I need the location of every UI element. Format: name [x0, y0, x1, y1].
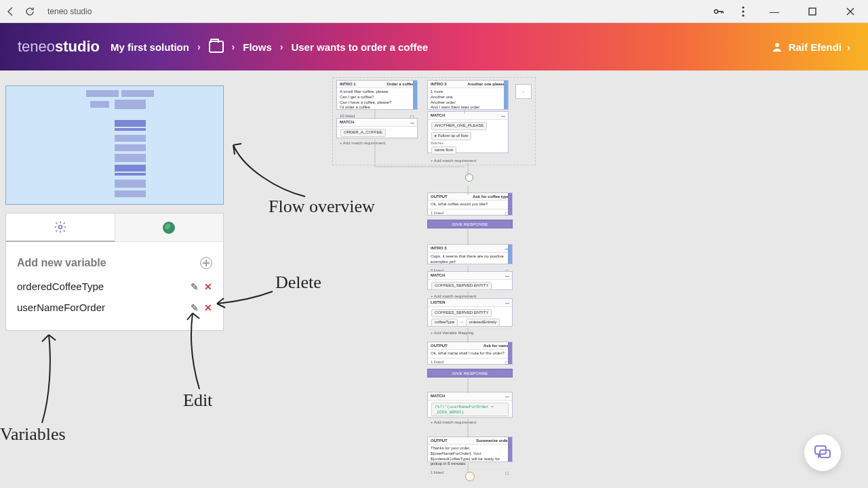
node-match3[interactable]: MATCH⋯ COFFEES_SERVED.ENTITY + Add match… — [427, 271, 513, 290]
edit-icon[interactable]: ✎ — [191, 302, 199, 313]
give-response-bar[interactable]: GIVE RESPONSE — [427, 369, 513, 378]
flow-minimap[interactable] — [5, 85, 224, 205]
brand: teneostudio — [18, 38, 100, 56]
node-match4[interactable]: MATCH⋯ (%?)^{userNameForOrder = _USED_WO… — [427, 392, 513, 418]
svg-point-0 — [714, 9, 717, 13]
refresh-icon[interactable] — [24, 6, 35, 17]
svg-point-1 — [742, 6, 744, 8]
svg-point-2 — [742, 10, 744, 12]
panel-title: Add new variable — [17, 257, 106, 269]
user-menu[interactable]: Raif Efendi › — [771, 41, 850, 53]
chat-fab[interactable] — [804, 434, 841, 471]
svg-rect-4 — [809, 8, 816, 15]
side-panel: Add new variable orderedCoffeeType ✎ ✕ u… — [5, 213, 224, 331]
crumb-solution[interactable]: My first solution — [111, 41, 189, 53]
globe-icon — [163, 222, 175, 234]
variable-name: orderedCoffeeType — [17, 281, 104, 292]
close-button[interactable] — [838, 2, 863, 21]
variable-name: userNameForOrder — [17, 302, 105, 313]
app-header: teneostudio My first solution › › Flows … — [0, 23, 868, 70]
browser-chrome: teneo studio — — [0, 0, 868, 23]
annotation-edit: Edit — [183, 390, 212, 411]
edit-icon[interactable]: ✎ — [191, 281, 199, 292]
node-output2[interactable]: OUTPUTAsk for name Ok, what name shall I… — [427, 342, 513, 365]
maximize-button[interactable] — [800, 2, 825, 21]
user-name: Raif Efendi — [789, 41, 842, 53]
flow-canvas[interactable]: INTRO 1Order a coffee A small filter cof… — [244, 75, 854, 488]
breadcrumb: My first solution › › Flows › User wants… — [111, 41, 428, 53]
node-output3[interactable]: OUTPUTSummarize order Thanks for your or… — [427, 436, 513, 462]
node-match1[interactable]: MATCH⋯ ORDER_A_COFFEE + Add match requir… — [336, 118, 418, 138]
tab-globe[interactable] — [115, 214, 224, 242]
user-icon — [771, 41, 783, 53]
delete-icon[interactable]: ✕ — [204, 281, 212, 292]
variable-row[interactable]: userNameForOrder ✎ ✕ — [17, 297, 212, 318]
chevron-right-icon: › — [847, 41, 850, 53]
chevron-right-icon: › — [197, 41, 201, 52]
back-icon[interactable] — [5, 6, 16, 17]
give-response-bar[interactable]: GIVE RESPONSE — [427, 220, 513, 228]
variable-row[interactable]: orderedCoffeeType ✎ ✕ — [17, 276, 212, 297]
node-intro2[interactable]: INTRO 2Another one please 1 more Another… — [427, 80, 509, 110]
crumb-flows[interactable]: Flows — [243, 41, 272, 53]
arrow-variables — [37, 328, 64, 430]
chevron-right-icon: › — [232, 41, 235, 52]
node-output1[interactable]: OUTPUTAsk for coffee type Ok, what coffe… — [427, 192, 513, 216]
delete-icon[interactable]: ✕ — [204, 302, 212, 313]
gear-icon — [54, 220, 67, 234]
svg-point-6 — [58, 226, 62, 229]
node-add-placeholder[interactable]: ＋ — [515, 84, 532, 99]
minimize-button[interactable]: — — [762, 2, 787, 21]
crumb-current[interactable]: User wants to order a coffee — [291, 41, 428, 53]
svg-point-3 — [742, 14, 744, 16]
node-match2[interactable]: MATCH⋯ ANOTHER_ONE_PLEASE ▸ Follow up of… — [427, 111, 509, 153]
chevron-right-icon: › — [280, 41, 283, 52]
end-node[interactable] — [465, 472, 475, 481]
node-intro3[interactable]: INTRO 3⋯ Oops, it seems that there are n… — [427, 244, 513, 264]
annotation-variables: Variables — [0, 424, 66, 445]
page-title: teneo studio — [47, 7, 92, 16]
folder-icon[interactable] — [209, 41, 224, 53]
kebab-icon[interactable] — [738, 6, 749, 17]
add-variable-button[interactable] — [200, 257, 212, 269]
chat-icon — [814, 445, 831, 461]
node-listen[interactable]: LISTEN⋯ COFFEES_SERVED.ENTITY coffeeType… — [427, 298, 513, 327]
connector-node[interactable] — [465, 174, 473, 182]
key-icon[interactable] — [713, 6, 724, 17]
node-intro1[interactable]: INTRO 1Order a coffee A small filter cof… — [336, 80, 418, 110]
tab-settings[interactable] — [6, 214, 115, 242]
svg-point-5 — [775, 43, 779, 47]
